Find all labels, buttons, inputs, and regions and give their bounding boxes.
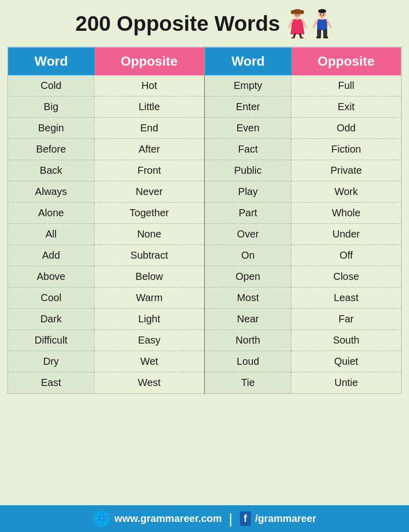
- word-cell: Alone: [8, 203, 94, 224]
- word-cell: Dark: [8, 309, 94, 330]
- word-cell: Always: [8, 181, 94, 203]
- opposite-cell: Full: [291, 75, 401, 96]
- opposite-cell: Least: [291, 287, 401, 309]
- footer-divider: |: [229, 511, 232, 527]
- word-cell: Even: [205, 118, 291, 139]
- table-row: DryWetLoudQuiet: [8, 351, 401, 372]
- opposite-cell: Light: [94, 309, 205, 330]
- word-cell: On: [205, 245, 291, 266]
- opposite-cell: Whole: [291, 203, 401, 224]
- word-cell: Most: [205, 287, 291, 309]
- svg-point-11: [295, 14, 296, 15]
- opposite-cell: Little: [94, 96, 205, 118]
- word-cell: East: [8, 372, 94, 394]
- opposite-cell: Exit: [291, 96, 401, 118]
- svg-rect-18: [323, 29, 327, 36]
- word-cell: Enter: [205, 96, 291, 118]
- opposite-cell: South: [291, 330, 401, 351]
- opposite-cell: Quiet: [291, 351, 401, 372]
- svg-point-3: [300, 10, 304, 14]
- opposite-cell: Hot: [94, 75, 205, 96]
- opposite-cell: Odd: [291, 118, 401, 139]
- word-cell: Open: [205, 266, 291, 287]
- word-cell: North: [205, 330, 291, 351]
- table-row: ColdHotEmptyFull: [8, 75, 401, 96]
- word-cell: Over: [205, 224, 291, 245]
- table-row: CoolWarmMostLeast: [8, 287, 401, 309]
- title-area: 200 Opposite Words: [0, 0, 409, 43]
- opposite-cell: Wet: [94, 351, 205, 372]
- opposite-cell: Under: [291, 224, 401, 245]
- word-cell: Above: [8, 266, 94, 287]
- word-cell: Back: [8, 160, 94, 181]
- table-container: Word Opposite Word Opposite ColdHotEmpty…: [7, 46, 402, 502]
- svg-point-2: [291, 10, 295, 14]
- table-row: DarkLightNearFar: [8, 309, 401, 330]
- table-row: BackFrontPublicPrivate: [8, 160, 401, 181]
- table-header-row: Word Opposite Word Opposite: [8, 47, 401, 75]
- footer-social: /grammareer: [255, 513, 316, 524]
- emoji-icons: [286, 9, 334, 38]
- opposite-cell: Close: [291, 266, 401, 287]
- opposite-cell: Warm: [94, 287, 205, 309]
- header-opposite-1: Opposite: [94, 47, 205, 75]
- opposite-cell: Front: [94, 160, 205, 181]
- opposite-cell: None: [94, 224, 205, 245]
- header-word-2: Word: [205, 47, 291, 75]
- opposite-cell: After: [94, 139, 205, 160]
- opposite-cell: Work: [291, 181, 401, 203]
- opposite-cell: End: [94, 118, 205, 139]
- word-cell: Play: [205, 181, 291, 203]
- svg-point-23: [320, 14, 321, 15]
- word-cell: Loud: [205, 351, 291, 372]
- word-cell: Empty: [205, 75, 291, 96]
- page-title: 200 Opposite Words: [75, 12, 280, 36]
- word-cell: Before: [8, 139, 94, 160]
- boy-icon: [311, 9, 334, 38]
- svg-line-20: [327, 20, 331, 27]
- svg-line-19: [314, 20, 317, 27]
- table-row: AlwaysNeverPlayWork: [8, 181, 401, 203]
- opposite-cell: Together: [94, 203, 205, 224]
- word-cell: Public: [205, 160, 291, 181]
- table-row: DifficultEasyNorthSouth: [8, 330, 401, 351]
- table-row: AddSubtractOnOff: [8, 245, 401, 266]
- opposite-cell: Private: [291, 160, 401, 181]
- svg-rect-16: [321, 17, 324, 20]
- girl-icon: [286, 9, 309, 38]
- word-cell: All: [8, 224, 94, 245]
- opposite-cell: West: [94, 372, 205, 394]
- facebook-icon: f: [240, 511, 251, 526]
- table-row: AboveBelowOpenClose: [8, 266, 401, 287]
- svg-rect-4: [296, 17, 299, 20]
- globe-icon: 🌐: [93, 510, 111, 527]
- page-container: 200 Opposite Words: [0, 0, 409, 532]
- opposite-cell: Off: [291, 245, 401, 266]
- header-opposite-2: Opposite: [291, 47, 401, 75]
- word-cell: Dry: [8, 351, 94, 372]
- footer: 🌐 www.grammareer.com | f /grammareer: [0, 505, 409, 532]
- word-cell: Difficult: [8, 330, 94, 351]
- word-cell: Add: [8, 245, 94, 266]
- word-cell: Part: [205, 203, 291, 224]
- table-row: AllNoneOverUnder: [8, 224, 401, 245]
- opposite-cell: Untie: [291, 372, 401, 394]
- opposite-cell: Never: [94, 181, 205, 203]
- table-row: BeforeAfterFactFiction: [8, 139, 401, 160]
- word-cell: Cold: [8, 75, 94, 96]
- svg-point-12: [298, 14, 299, 15]
- word-cell: Cool: [8, 287, 94, 309]
- opposite-cell: Subtract: [94, 245, 205, 266]
- word-cell: Fact: [205, 139, 291, 160]
- word-cell: Begin: [8, 118, 94, 139]
- table-row: BigLittleEnterExit: [8, 96, 401, 118]
- opposite-cell: Below: [94, 266, 205, 287]
- svg-point-22: [323, 36, 328, 39]
- opposite-cell: Easy: [94, 330, 205, 351]
- word-cell: Tie: [205, 372, 291, 394]
- svg-rect-15: [317, 19, 327, 30]
- opposites-table: Word Opposite Word Opposite ColdHotEmpty…: [7, 46, 402, 394]
- footer-website: www.grammareer.com: [115, 513, 222, 524]
- table-row: AloneTogetherPartWhole: [8, 203, 401, 224]
- opposite-cell: Fiction: [291, 139, 401, 160]
